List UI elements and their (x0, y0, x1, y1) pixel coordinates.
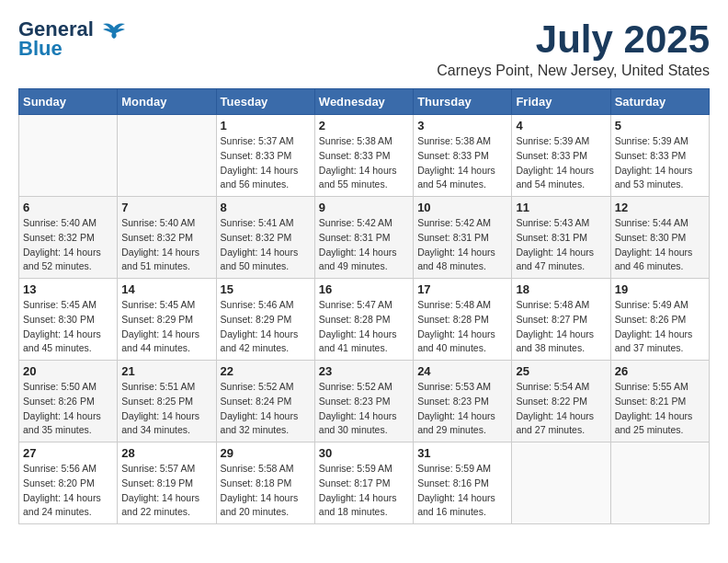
day-number: 1 (221, 119, 311, 132)
day-number: 30 (319, 446, 409, 460)
day-info: Sunrise: 5:47 AM Sunset: 8:28 PM Dayligh… (319, 298, 409, 356)
day-info: Sunrise: 5:57 AM Sunset: 8:19 PM Dayligh… (121, 462, 211, 520)
calendar-cell: 12Sunrise: 5:44 AM Sunset: 8:30 PM Dayli… (610, 197, 709, 279)
page-container: General Blue July 2025 Carneys Point, Ne… (18, 18, 710, 524)
day-info: Sunrise: 5:53 AM Sunset: 8:23 PM Dayligh… (417, 380, 507, 438)
day-info: Sunrise: 5:59 AM Sunset: 8:17 PM Dayligh… (319, 462, 409, 520)
day-number: 16 (319, 282, 409, 296)
day-info: Sunrise: 5:51 AM Sunset: 8:25 PM Dayligh… (121, 380, 211, 438)
day-number: 18 (516, 282, 606, 296)
day-number: 5 (615, 119, 705, 132)
day-number: 9 (319, 201, 409, 214)
day-number: 14 (121, 282, 211, 296)
day-info: Sunrise: 5:46 AM Sunset: 8:29 PM Dayligh… (221, 298, 311, 356)
day-number: 25 (516, 364, 606, 378)
calendar-week-1: 1Sunrise: 5:37 AM Sunset: 8:33 PM Daylig… (19, 115, 710, 197)
title-area: July 2025 Carneys Point, New Jersey, Uni… (437, 18, 710, 79)
day-info: Sunrise: 5:43 AM Sunset: 8:31 PM Dayligh… (516, 216, 606, 274)
day-number: 11 (516, 201, 606, 214)
calendar-cell: 15Sunrise: 5:46 AM Sunset: 8:29 PM Dayli… (216, 279, 314, 361)
day-number: 19 (615, 282, 705, 296)
day-info: Sunrise: 5:37 AM Sunset: 8:33 PM Dayligh… (221, 134, 311, 192)
day-number: 17 (417, 282, 507, 296)
day-info: Sunrise: 5:42 AM Sunset: 8:31 PM Dayligh… (319, 216, 409, 274)
day-number: 15 (221, 282, 311, 296)
weekday-header-monday: Monday (118, 89, 216, 115)
day-info: Sunrise: 5:39 AM Sunset: 8:33 PM Dayligh… (516, 134, 606, 192)
day-info: Sunrise: 5:52 AM Sunset: 8:23 PM Dayligh… (319, 380, 409, 438)
calendar-cell: 25Sunrise: 5:54 AM Sunset: 8:22 PM Dayli… (512, 361, 610, 442)
day-info: Sunrise: 5:44 AM Sunset: 8:30 PM Dayligh… (615, 216, 705, 274)
calendar-cell: 20Sunrise: 5:50 AM Sunset: 8:26 PM Dayli… (19, 361, 118, 442)
day-number: 8 (221, 201, 311, 214)
day-info: Sunrise: 5:49 AM Sunset: 8:26 PM Dayligh… (615, 298, 705, 356)
calendar-cell: 13Sunrise: 5:45 AM Sunset: 8:30 PM Dayli… (19, 279, 118, 361)
calendar-cell: 23Sunrise: 5:52 AM Sunset: 8:23 PM Dayli… (314, 361, 413, 442)
day-info: Sunrise: 5:54 AM Sunset: 8:22 PM Dayligh… (516, 380, 606, 438)
day-info: Sunrise: 5:45 AM Sunset: 8:29 PM Dayligh… (121, 298, 211, 356)
calendar-cell: 6Sunrise: 5:40 AM Sunset: 8:32 PM Daylig… (19, 197, 118, 279)
calendar-cell: 11Sunrise: 5:43 AM Sunset: 8:31 PM Dayli… (512, 197, 610, 279)
calendar-week-2: 6Sunrise: 5:40 AM Sunset: 8:32 PM Daylig… (19, 197, 710, 279)
logo-blue: Blue (18, 37, 63, 61)
calendar-cell: 31Sunrise: 5:59 AM Sunset: 8:16 PM Dayli… (414, 442, 512, 524)
day-number: 21 (121, 364, 211, 378)
calendar-cell: 8Sunrise: 5:41 AM Sunset: 8:32 PM Daylig… (216, 197, 314, 279)
day-number: 23 (319, 364, 409, 378)
calendar-cell: 29Sunrise: 5:58 AM Sunset: 8:18 PM Dayli… (216, 442, 314, 524)
calendar-cell: 17Sunrise: 5:48 AM Sunset: 8:28 PM Dayli… (414, 279, 512, 361)
day-info: Sunrise: 5:48 AM Sunset: 8:28 PM Dayligh… (417, 298, 507, 356)
day-info: Sunrise: 5:56 AM Sunset: 8:20 PM Dayligh… (23, 462, 113, 520)
weekday-header-thursday: Thursday (414, 89, 512, 115)
location-title: Carneys Point, New Jersey, United States (437, 63, 710, 79)
weekday-header-saturday: Saturday (610, 89, 709, 115)
weekday-header-wednesday: Wednesday (314, 89, 413, 115)
day-number: 6 (23, 201, 113, 214)
weekday-header-sunday: Sunday (19, 89, 118, 115)
calendar-cell: 14Sunrise: 5:45 AM Sunset: 8:29 PM Dayli… (118, 279, 216, 361)
day-info: Sunrise: 5:52 AM Sunset: 8:24 PM Dayligh… (221, 380, 311, 438)
day-info: Sunrise: 5:38 AM Sunset: 8:33 PM Dayligh… (417, 134, 507, 192)
day-info: Sunrise: 5:59 AM Sunset: 8:16 PM Dayligh… (417, 462, 507, 520)
day-info: Sunrise: 5:40 AM Sunset: 8:32 PM Dayligh… (121, 216, 211, 274)
day-info: Sunrise: 5:40 AM Sunset: 8:32 PM Dayligh… (23, 216, 113, 274)
calendar-cell: 10Sunrise: 5:42 AM Sunset: 8:31 PM Dayli… (414, 197, 512, 279)
day-number: 10 (417, 201, 507, 214)
day-number: 22 (221, 364, 311, 378)
calendar-cell: 27Sunrise: 5:56 AM Sunset: 8:20 PM Dayli… (19, 442, 118, 524)
calendar-cell: 24Sunrise: 5:53 AM Sunset: 8:23 PM Dayli… (414, 361, 512, 442)
calendar-cell: 26Sunrise: 5:55 AM Sunset: 8:21 PM Dayli… (610, 361, 709, 442)
calendar-cell: 9Sunrise: 5:42 AM Sunset: 8:31 PM Daylig… (314, 197, 413, 279)
calendar-cell: 18Sunrise: 5:48 AM Sunset: 8:27 PM Dayli… (512, 279, 610, 361)
logo: General Blue (18, 18, 127, 61)
weekday-header-row: SundayMondayTuesdayWednesdayThursdayFrid… (19, 89, 710, 115)
calendar-week-5: 27Sunrise: 5:56 AM Sunset: 8:20 PM Dayli… (19, 442, 710, 524)
day-info: Sunrise: 5:42 AM Sunset: 8:31 PM Dayligh… (417, 216, 507, 274)
month-title: July 2025 (437, 18, 710, 61)
calendar-cell: 1Sunrise: 5:37 AM Sunset: 8:33 PM Daylig… (216, 115, 314, 197)
calendar-cell: 19Sunrise: 5:49 AM Sunset: 8:26 PM Dayli… (610, 279, 709, 361)
day-info: Sunrise: 5:58 AM Sunset: 8:18 PM Dayligh… (221, 462, 311, 520)
day-info: Sunrise: 5:50 AM Sunset: 8:26 PM Dayligh… (23, 380, 113, 438)
calendar-cell: 21Sunrise: 5:51 AM Sunset: 8:25 PM Dayli… (118, 361, 216, 442)
day-info: Sunrise: 5:45 AM Sunset: 8:30 PM Dayligh… (23, 298, 113, 356)
day-number: 26 (615, 364, 705, 378)
day-number: 29 (221, 446, 311, 460)
calendar-table: SundayMondayTuesdayWednesdayThursdayFrid… (18, 88, 710, 524)
day-number: 12 (615, 201, 705, 214)
calendar-cell: 3Sunrise: 5:38 AM Sunset: 8:33 PM Daylig… (414, 115, 512, 197)
calendar-cell (512, 442, 610, 524)
day-info: Sunrise: 5:41 AM Sunset: 8:32 PM Dayligh… (221, 216, 311, 274)
day-number: 27 (23, 446, 113, 460)
calendar-cell (19, 115, 118, 197)
calendar-cell: 2Sunrise: 5:38 AM Sunset: 8:33 PM Daylig… (314, 115, 413, 197)
calendar-cell: 22Sunrise: 5:52 AM Sunset: 8:24 PM Dayli… (216, 361, 314, 442)
logo-bird-icon (101, 20, 127, 40)
weekday-header-tuesday: Tuesday (216, 89, 314, 115)
day-info: Sunrise: 5:55 AM Sunset: 8:21 PM Dayligh… (615, 380, 705, 438)
day-number: 4 (516, 119, 606, 132)
calendar-cell: 16Sunrise: 5:47 AM Sunset: 8:28 PM Dayli… (314, 279, 413, 361)
calendar-cell (118, 115, 216, 197)
day-number: 31 (417, 446, 507, 460)
day-number: 3 (417, 119, 507, 132)
